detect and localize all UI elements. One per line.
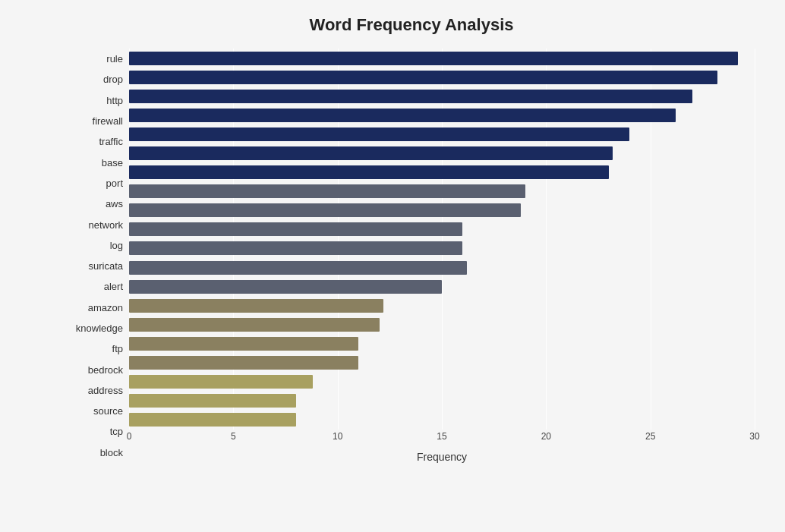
x-tick: 20 [541,431,551,442]
bar [129,90,692,103]
bar [129,127,629,141]
bars-wrapper [129,49,755,430]
y-label: firewall [68,112,123,131]
y-label: port [68,173,123,193]
x-tick: 5 [231,431,236,442]
bar [129,203,521,217]
bar [129,261,467,275]
bar [129,71,717,84]
y-label: aws [68,194,123,214]
bar-row [129,316,755,333]
y-label: log [68,235,123,255]
x-tick: 0 [127,431,132,442]
y-label: source [68,401,123,421]
chart-plot-area [129,49,755,430]
y-label: base [68,153,123,172]
bar-row [129,392,755,409]
bar [129,184,525,198]
y-label: network [68,215,123,235]
bar [129,299,383,313]
bar [129,146,613,160]
y-label: block [68,442,123,462]
bar [129,109,676,122]
y-label: address [68,380,123,400]
bar [129,356,358,370]
y-label: alert [68,277,123,297]
bar [129,165,609,179]
bar-row [129,107,755,124]
bar-row [129,50,755,67]
bar-row [129,88,755,105]
bar-row [129,240,755,257]
bar [129,222,462,236]
bar [129,394,296,408]
bar-row [129,164,755,181]
x-axis-label: Frequency [129,451,755,463]
y-label: drop [68,70,123,90]
bar [129,241,462,255]
y-label: ftp [68,339,123,359]
bar-row [129,354,755,371]
bar-row [129,202,755,219]
y-label: tcp [68,422,123,442]
bar-row [129,260,755,276]
bar-row [129,145,755,162]
y-label: traffic [68,132,123,152]
x-tick: 10 [333,431,342,442]
bar-row [129,221,755,238]
bar-row [129,126,755,143]
bar-row [129,279,755,295]
bar [129,318,380,332]
y-label: http [68,90,123,110]
y-label: bedrock [68,360,123,379]
chart-container: Word Frequency Analysis ruledrophttpfire… [0,0,785,532]
bar [129,337,358,351]
y-label: rule [68,49,123,69]
bar-row [129,335,755,352]
bar [129,413,296,427]
x-tick: 30 [749,431,759,442]
x-tick: 25 [645,431,655,442]
bar-row [129,183,755,200]
bar [129,375,313,389]
grid-line [755,49,755,430]
bar [129,52,738,65]
y-axis-labels: ruledrophttpfirewalltrafficbaseportawsne… [68,49,129,463]
bar-row [129,411,755,428]
y-label: suricata [68,257,123,276]
y-label: knowledge [68,319,123,338]
bar-row [129,69,755,86]
bar-row [129,373,755,390]
bar-row [129,297,755,314]
chart-title: Word Frequency Analysis [68,15,755,35]
y-label: amazon [68,297,123,317]
bar [129,280,442,294]
x-tick: 15 [437,431,446,442]
